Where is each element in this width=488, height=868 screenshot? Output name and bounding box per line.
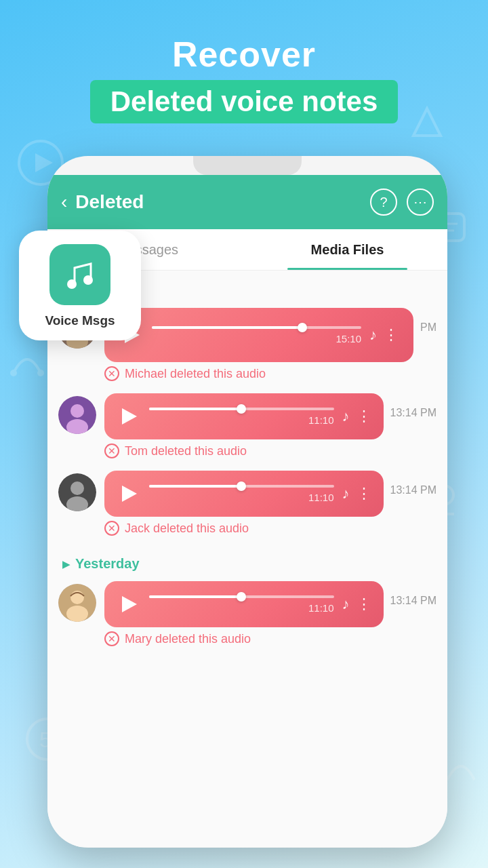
message-time: 13:14 PM [390, 595, 436, 607]
deleted-icon: ✕ [104, 521, 119, 536]
music-note-icon: ♪ [342, 595, 350, 613]
svg-marker-26 [122, 486, 137, 502]
more-options-icon[interactable]: ⋮ [357, 485, 371, 502]
deleted-icon: ✕ [104, 631, 119, 646]
help-button[interactable]: ? [370, 189, 397, 216]
play-button[interactable] [117, 481, 141, 506]
voice-badge-icon [49, 244, 110, 305]
duration-label: 11:10 [149, 492, 334, 503]
svg-marker-1 [35, 153, 53, 172]
message-time: 13:14 PM [390, 407, 436, 419]
message-time: PM [420, 321, 436, 334]
svg-point-14 [83, 275, 93, 285]
svg-point-3 [37, 370, 44, 376]
play-button[interactable] [117, 404, 141, 429]
waveform: 11:10 [149, 408, 334, 426]
msg-content: 11:10 ♪ ⋮ ✕ Tom deleted this audio [104, 393, 384, 465]
audio-bubble[interactable]: 11:10 ♪ ⋮ [104, 471, 384, 517]
svg-point-24 [70, 481, 84, 495]
progress-bar[interactable] [149, 408, 334, 410]
waveform: 15:10 [152, 326, 361, 344]
tab-media-files[interactable]: Media Files [247, 229, 447, 270]
deleted-label: ✕ Jack deleted this audio [104, 517, 384, 542]
audio-bubble[interactable]: 15:10 ♪ ⋮ [104, 308, 413, 362]
music-note-icon: ♪ [342, 408, 350, 425]
deleted-label: ✕ Michael deleted this audio [104, 362, 413, 388]
more-options-icon[interactable]: ⋮ [384, 326, 399, 344]
music-note-icon: ♪ [369, 326, 377, 344]
svg-marker-22 [122, 408, 137, 425]
header-title: Recover [0, 34, 488, 75]
play-button[interactable] [117, 592, 141, 616]
voice-badge-label: Voice Msgs [45, 313, 115, 328]
app-bar: ‹ Deleted ? ⋯ [47, 175, 447, 229]
deleted-text: Mary deleted this audio [125, 632, 251, 646]
header-area: Recover Deleted voice notes [0, 34, 488, 123]
deleted-label: ✕ Tom deleted this audio [104, 439, 384, 465]
svg-marker-30 [122, 596, 137, 612]
table-row: 11:10 ♪ ⋮ ✕ Jack deleted this audio 13:1… [47, 467, 447, 544]
deleted-icon: ✕ [104, 443, 119, 458]
table-row: 11:10 ♪ ⋮ ✕ Tom deleted this audio 13:14… [47, 389, 447, 467]
more-button[interactable]: ⋯ [407, 189, 434, 216]
avatar [58, 473, 96, 511]
msg-content: 15:10 ♪ ⋮ ✕ Michael deleted this audio [104, 308, 413, 388]
svg-point-29 [66, 606, 88, 622]
progress-bar[interactable] [152, 326, 361, 329]
audio-bubble[interactable]: 11:10 ♪ ⋮ [104, 581, 384, 627]
header-subtitle: Deleted voice notes [110, 85, 378, 117]
audio-bubble[interactable]: 11:10 ♪ ⋮ [104, 393, 384, 439]
more-options-icon[interactable]: ⋮ [357, 408, 371, 425]
app-bar-title: Deleted [75, 191, 361, 213]
duration-label: 15:10 [152, 333, 361, 344]
music-note-icon [60, 254, 100, 295]
duration-label: 11:10 [149, 414, 334, 426]
progress-bar[interactable] [149, 485, 334, 488]
progress-bar[interactable] [149, 595, 334, 598]
tab-media-files-label: Media Files [311, 242, 384, 258]
avatar [58, 396, 96, 434]
deleted-icon: ✕ [104, 366, 119, 381]
table-row: 11:10 ♪ ⋮ ✕ Mary deleted this audio 13:1… [47, 577, 447, 654]
content-area: Today 15:10 [47, 271, 447, 847]
svg-point-2 [10, 370, 17, 376]
duration-label: 11:10 [149, 602, 334, 614]
more-options-icon[interactable]: ⋮ [357, 595, 371, 613]
music-note-icon: ♪ [342, 485, 350, 502]
message-time: 13:14 PM [390, 484, 436, 496]
waveform: 11:10 [149, 595, 334, 614]
header-subtitle-wrap: Deleted voice notes [90, 80, 398, 123]
voice-msgs-badge: Voice Msgs [19, 231, 141, 340]
msg-content: 11:10 ♪ ⋮ ✕ Mary deleted this audio [104, 581, 384, 653]
msg-content: 11:10 ♪ ⋮ ✕ Jack deleted this audio [104, 471, 384, 542]
avatar [58, 584, 96, 622]
svg-point-13 [67, 279, 77, 289]
svg-point-20 [70, 404, 84, 418]
section-yesterday: Yesterday [47, 544, 447, 577]
deleted-label: ✕ Mary deleted this audio [104, 627, 384, 653]
deleted-text: Tom deleted this audio [125, 444, 247, 458]
deleted-text: Michael deleted this audio [125, 367, 266, 381]
back-button[interactable]: ‹ [61, 191, 67, 213]
deleted-text: Jack deleted this audio [125, 521, 249, 536]
waveform: 11:10 [149, 485, 334, 503]
